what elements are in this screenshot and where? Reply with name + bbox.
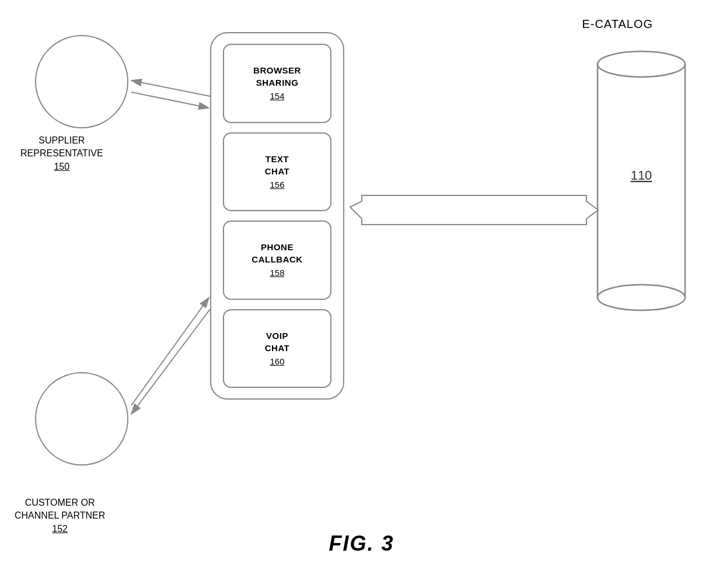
fig-label: FIG. 3: [0, 531, 723, 556]
browser-sharing-label: BROWSERSHARING: [253, 64, 301, 89]
supplier-circle: [35, 35, 128, 128]
phone-callback-label: PHONECALLBACK: [252, 241, 302, 265]
voip-chat-number: 160: [270, 355, 284, 368]
ecatalog-label: E-CATALOG: [582, 18, 653, 31]
phone-callback-number: 158: [270, 267, 284, 279]
browser-sharing-box: BROWSERSHARING 154: [223, 44, 331, 123]
diagram-container: E-CATALOG 110 SUPPLIER REPRESENTATIVE 15…: [0, 0, 723, 588]
svg-marker-10: [350, 195, 598, 225]
phone-callback-box: PHONECALLBACK 158: [223, 220, 331, 300]
svg-point-1: [598, 285, 685, 310]
ecatalog-cylinder: 110: [595, 41, 688, 321]
voip-chat-box: VOIPCHAT 160: [223, 309, 331, 388]
customer-circle: [35, 372, 128, 466]
central-panel: BROWSERSHARING 154 TEXTCHAT 156 PHONECAL…: [210, 32, 344, 400]
svg-line-9: [131, 298, 209, 405]
svg-line-8: [131, 309, 210, 414]
svg-line-6: [131, 80, 210, 96]
browser-sharing-number: 154: [270, 90, 284, 102]
customer-label: CUSTOMER OR CHANNEL PARTNER 152: [15, 496, 105, 536]
text-chat-number: 156: [270, 178, 284, 191]
svg-text:110: 110: [631, 168, 652, 183]
svg-point-2: [598, 51, 685, 77]
text-chat-box: TEXTCHAT 156: [223, 132, 331, 212]
text-chat-label: TEXTCHAT: [265, 153, 290, 177]
voip-chat-label: VOIPCHAT: [265, 330, 290, 354]
svg-line-7: [131, 92, 209, 108]
supplier-label: SUPPLIER REPRESENTATIVE 150: [20, 134, 103, 173]
